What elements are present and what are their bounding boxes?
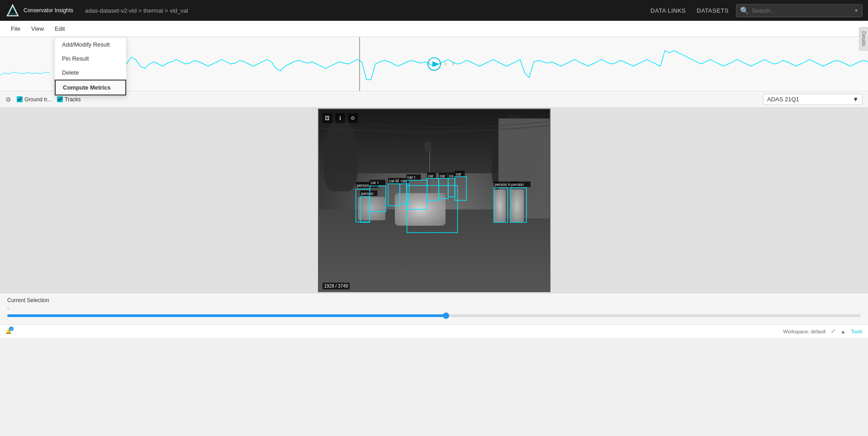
svg-rect-23 [406,180,427,209]
menu-pin-result[interactable]: Pin Result [55,52,126,66]
svg-text:person: person [511,182,523,187]
detection-overlay: person r person car r car bl car car r [319,109,550,291]
svg-rect-11 [360,197,370,222]
svg-text:car r: car r [370,180,379,185]
tools-link[interactable]: Tools [851,329,863,334]
svg-text:car: car [400,179,406,183]
video-image-icon[interactable]: 🖼 [323,113,332,123]
svg-text:person r: person r [356,183,371,188]
svg-text:person m: person m [494,182,511,187]
search-input[interactable] [752,7,851,14]
progress-bar-container[interactable] [7,314,861,317]
svg-text:person: person [361,191,373,196]
svg-rect-36 [455,177,466,200]
svg-text:car: car [428,174,433,178]
bottom-area: Current Selection - [0,293,868,324]
frame-counter: 1928 / 3749 [323,283,350,289]
expand-icon[interactable]: ⤢ [831,328,835,334]
model-dropdown-label: ADAS 21Q1 [767,96,799,103]
svg-rect-33 [448,178,455,197]
svg-text:›: › [451,59,454,68]
menu-view[interactable]: View [26,23,49,35]
menu-compute-metrics[interactable]: Compute Metrics [55,80,126,95]
data-links-link[interactable]: DATA LINKS [650,7,686,14]
selection-value: - [7,305,861,312]
video-info-icon[interactable]: ℹ [335,113,345,123]
ground-truth-label: Ground tr... [24,96,52,103]
svg-text:ca: ca [449,174,453,178]
menu-file[interactable]: File [5,23,26,35]
menu-delete[interactable]: Delete [55,66,126,80]
waveform-toolbar: ‹ › [0,37,868,91]
settings-icon[interactable]: ⚙ [5,96,11,103]
ground-truth-checkbox[interactable] [17,96,23,102]
topnav: Conservator Insights adas-dataset-v2-vid… [0,0,868,21]
svg-rect-42 [510,188,526,222]
svg-text:‹: ‹ [444,59,447,68]
svg-rect-17 [388,184,400,206]
workspace-label: Workspace: default [783,329,825,334]
menu-add-modify-result[interactable]: Add/Modify Result [55,38,126,52]
svg-rect-27 [427,178,439,200]
current-selection-label: Current Selection [7,297,861,303]
model-dropdown[interactable]: ADAS 21Q1 ▼ [763,94,863,105]
app-name: Conservator Insights [24,7,73,14]
search-dropdown-arrow[interactable]: ▼ [854,8,859,13]
topnav-links: DATA LINKS DATASETS [650,7,729,14]
up-icon[interactable]: ▲ [840,329,845,334]
progress-track[interactable] [7,314,861,317]
logo-icon [5,3,20,18]
search-icon: 🔍 [740,6,749,15]
main-content: person r person car r car bl car car r [0,108,868,293]
model-dropdown-arrow[interactable]: ▼ [853,96,859,103]
tracks-checkbox[interactable] [57,96,63,102]
svg-text:car bl: car bl [389,179,398,183]
statusbar: 🔔 1 Workspace: default ⤢ ▲ Tools [0,324,868,338]
breadcrumb: adas-dataset-v2-vid > thermal > vid_val [85,7,643,14]
svg-text:car: car [455,172,461,176]
ground-truth-toggle[interactable]: Ground tr... [17,96,52,103]
notification-count: 1 [9,327,14,331]
details-tab[interactable]: Details [859,27,868,51]
menubar: File View Edit Add/Modify Result Pin Res… [0,21,868,37]
progress-fill [7,314,446,317]
edit-dropdown-menu: Add/Modify Result Pin Result Delete Comp… [54,37,127,96]
svg-rect-14 [370,186,386,211]
waveform-display[interactable]: ‹ › [0,37,868,91]
svg-rect-20 [399,184,409,204]
notification-badge[interactable]: 🔔 1 [5,328,12,334]
tracks-label: Tracks [65,96,81,103]
progress-thumb[interactable] [443,313,449,319]
app-logo: Conservator Insights [5,3,78,18]
menu-edit[interactable]: Edit [49,23,70,35]
filterbar: ⚙ Ground tr... Tracks ADAS 21Q1 ▼ [0,91,868,108]
svg-rect-30 [438,178,448,199]
svg-text:car: car [439,174,445,178]
tracks-toggle[interactable]: Tracks [57,96,81,103]
video-frame: person r person car r car bl car car r [318,109,550,292]
statusbar-right: Workspace: default ⤢ ▲ Tools [783,328,863,334]
svg-text:car r: car r [407,175,415,180]
svg-rect-39 [493,188,508,222]
video-settings-icon[interactable]: ⚙ [348,113,358,123]
video-toolbar: 🖼 ℹ ⚙ [323,113,358,123]
search-box[interactable]: 🔍 ▼ [736,4,863,17]
datasets-link[interactable]: DATASETS [697,7,729,14]
